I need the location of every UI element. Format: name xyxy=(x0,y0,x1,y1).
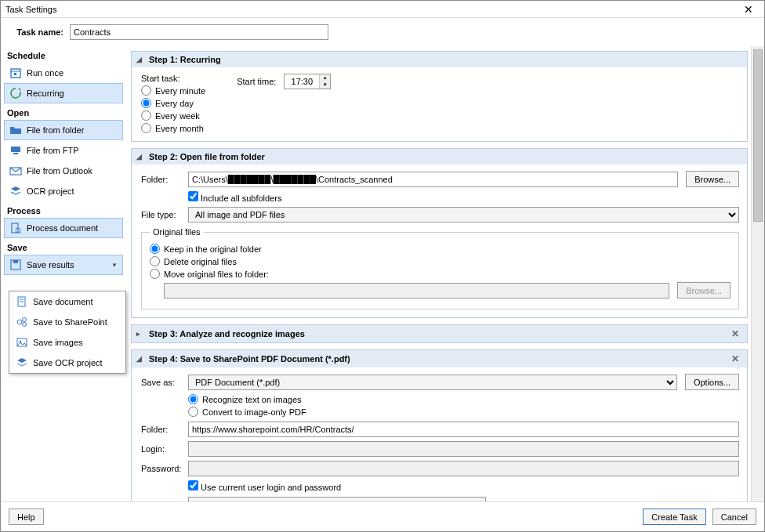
layers-icon xyxy=(16,356,28,369)
password-label: Password: xyxy=(141,464,180,473)
cat-save: Save xyxy=(4,238,123,255)
cancel-button[interactable]: Cancel xyxy=(712,508,756,525)
login-input xyxy=(188,441,739,457)
opt-every-day[interactable]: Every day xyxy=(141,98,205,108)
close-step-icon[interactable]: ✕ xyxy=(728,328,742,339)
step3-header[interactable]: ▸ Step 3: Analyze and recognize images ✕ xyxy=(132,325,747,342)
step1-header[interactable]: ◢ Step 1: Recurring xyxy=(132,52,747,67)
calendar-icon xyxy=(9,67,22,79)
login-label: Login: xyxy=(141,444,180,454)
collapse-icon: ◢ xyxy=(136,153,144,161)
sidebar-item-file-from-folder[interactable]: File from folder xyxy=(4,120,123,140)
start-task-options: Every minute Every day Every week Every … xyxy=(141,85,205,133)
start-time-input[interactable] xyxy=(285,74,319,89)
filetype-label: File type: xyxy=(141,210,180,219)
mail-icon xyxy=(9,165,22,177)
saveas-select[interactable]: PDF Document (*.pdf) xyxy=(188,375,677,390)
start-task-label: Start task: xyxy=(141,74,205,83)
sidebar-item-file-from-outlook[interactable]: File from Outlook xyxy=(4,161,123,181)
svg-rect-4 xyxy=(13,153,18,154)
close-step-icon[interactable]: ✕ xyxy=(728,353,742,364)
recurring-icon xyxy=(9,87,22,100)
sidebar: Schedule Run once Recurring Open File fr… xyxy=(1,46,126,501)
help-button[interactable]: Help xyxy=(9,508,44,525)
create-task-button[interactable]: Create Task xyxy=(643,508,706,525)
sidebar-item-label: Process document xyxy=(27,223,98,233)
use-current-credentials[interactable]: Use current user login and password xyxy=(188,480,341,492)
sidebar-item-process-document[interactable]: Process document xyxy=(4,218,123,238)
spin-up-icon[interactable]: ▲ xyxy=(320,74,330,81)
sidebar-item-label: Recurring xyxy=(27,89,64,98)
start-time-spinner[interactable]: ▲▼ xyxy=(284,74,331,89)
step4: ◢ Step 4: Save to SharePoint PDF Documen… xyxy=(131,349,748,501)
scrollbar-thumb[interactable] xyxy=(753,49,763,222)
process-icon xyxy=(9,222,22,234)
menu-item-label: Save OCR project xyxy=(33,358,103,367)
sidebar-item-recurring[interactable]: Recurring xyxy=(4,83,123,103)
step2: ◢ Step 2: Open file from folder Folder: … xyxy=(131,148,748,318)
sidebar-item-label: Save results xyxy=(27,260,74,270)
svg-point-15 xyxy=(23,318,27,322)
menu-save-ocr-project[interactable]: Save OCR project xyxy=(9,353,125,373)
menu-save-document[interactable]: Save document xyxy=(9,291,125,312)
options-button[interactable]: Options... xyxy=(685,374,739,390)
start-time-label: Start time: xyxy=(237,77,276,86)
step1-title: Step 1: Recurring xyxy=(149,55,221,64)
original-files-label: Original files xyxy=(150,227,204,237)
layers-icon xyxy=(9,185,22,197)
sidebar-item-label: File from Outlook xyxy=(27,166,92,176)
svg-rect-3 xyxy=(11,147,20,152)
folder-input[interactable] xyxy=(188,172,678,187)
opt-image-only-pdf[interactable]: Convert to image-only PDF xyxy=(188,407,739,417)
menu-item-label: Save images xyxy=(33,338,83,347)
expand-icon: ▸ xyxy=(136,330,144,338)
folder-label: Folder: xyxy=(141,175,180,184)
opt-recognize-text[interactable]: Recognize text on images xyxy=(188,394,739,404)
sharepoint-icon xyxy=(16,316,28,328)
svg-rect-2 xyxy=(14,73,16,75)
opt-delete-original[interactable]: Delete original files xyxy=(150,256,731,266)
opt-keep-original[interactable]: Keep in the original folder xyxy=(150,244,731,254)
step2-header[interactable]: ◢ Step 2: Open file from folder xyxy=(132,149,747,165)
step1: ◢ Step 1: Recurring Start task: Every mi… xyxy=(131,51,748,142)
sp-folder-input[interactable] xyxy=(188,422,739,437)
cat-schedule: Schedule xyxy=(4,46,123,63)
sidebar-item-label: OCR project xyxy=(27,186,74,196)
opt-every-week[interactable]: Every week xyxy=(141,110,205,121)
step4-header[interactable]: ◢ Step 4: Save to SharePoint PDF Documen… xyxy=(132,350,747,367)
opt-move-original[interactable]: Move original files to folder: xyxy=(150,269,731,279)
move-folder-input xyxy=(164,283,669,299)
svg-point-14 xyxy=(17,320,22,324)
original-files-group: Original files Keep in the original fold… xyxy=(141,227,739,309)
browse-button[interactable]: Browse... xyxy=(686,171,739,187)
collapse-icon: ◢ xyxy=(136,355,144,363)
menu-item-label: Save to SharePoint xyxy=(33,317,107,327)
svg-rect-10 xyxy=(13,260,18,263)
sidebar-item-save-results[interactable]: Save results ▼ xyxy=(4,255,123,275)
menu-save-sharepoint[interactable]: Save to SharePoint xyxy=(9,312,125,332)
menu-save-images[interactable]: Save images xyxy=(9,332,125,353)
svg-line-8 xyxy=(20,232,21,233)
cat-open: Open xyxy=(4,103,123,120)
ftp-icon xyxy=(9,144,22,157)
opt-every-month[interactable]: Every month xyxy=(141,123,205,133)
save-doc-icon xyxy=(16,295,28,308)
include-subfolders[interactable]: Include all subfolders xyxy=(188,191,281,203)
filetype-select[interactable]: All image and PDF files xyxy=(188,207,739,223)
chevron-down-icon: ▼ xyxy=(111,262,118,269)
step3-title: Step 3: Analyze and recognize images xyxy=(149,329,305,338)
opt-every-minute[interactable]: Every minute xyxy=(141,85,205,96)
step2-title: Step 2: Open file from folder xyxy=(149,152,265,161)
spin-down-icon[interactable]: ▼ xyxy=(320,81,330,89)
sidebar-item-label: Run once xyxy=(27,68,63,78)
svg-point-16 xyxy=(23,323,27,327)
task-name-input[interactable] xyxy=(70,24,328,40)
sidebar-item-ocr-project[interactable]: OCR project xyxy=(4,181,123,201)
sidebar-item-file-from-ftp[interactable]: File from FTP xyxy=(4,140,123,161)
cat-process: Process xyxy=(4,201,123,218)
password-input xyxy=(188,461,739,476)
close-icon[interactable]: ✕ xyxy=(738,2,760,17)
sidebar-item-run-once[interactable]: Run once xyxy=(4,63,123,83)
vertical-scrollbar[interactable] xyxy=(751,46,764,501)
svg-rect-17 xyxy=(17,338,27,346)
